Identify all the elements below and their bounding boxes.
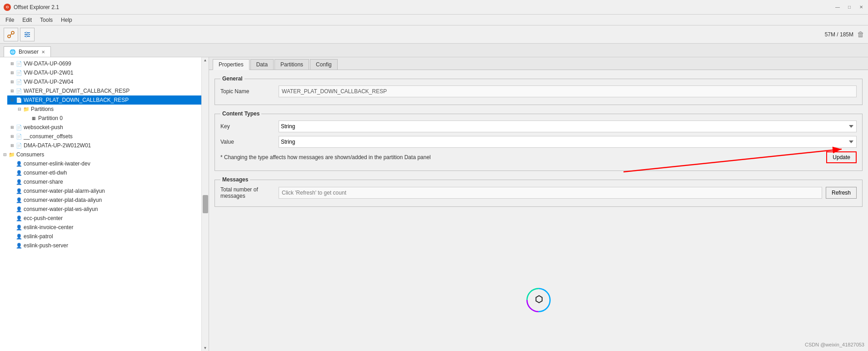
clear-button[interactable]: 🗑: [857, 30, 864, 39]
minimize-button[interactable]: —: [834, 4, 841, 10]
general-section: General Topic Name: [215, 75, 863, 105]
messages-section: Messages Total number of messages Refres…: [215, 176, 863, 207]
menu-tools[interactable]: Tools: [36, 16, 56, 24]
scroll-up-arrow[interactable]: ▲: [204, 58, 207, 62]
watermark: CSDN @weixin_41827053: [805, 342, 864, 347]
type-note-row: * Changing the type affects how messages…: [220, 151, 857, 163]
tree-item-websocket[interactable]: ⊞ 📄 websocket-push: [7, 123, 201, 132]
expand-icon[interactable]: ⊞: [9, 142, 15, 149]
expand-icon[interactable]: ⊟: [9, 97, 15, 103]
tree-item-consumer-8[interactable]: ⊞ 👤 eslink-invoice-center: [7, 223, 201, 232]
tree-item-water-dowit[interactable]: ⊞ 📄 WATER_PLAT_DOWIT_CALLBACK_RESP: [7, 86, 201, 95]
tree-label: eslink-patrol: [24, 233, 53, 240]
tab-browser[interactable]: 🌐 Browser ✕: [4, 46, 51, 57]
tree-item-water-down[interactable]: ⊟ 📄 WATER_PLAT_DOWN_CALLBACK_RESP: [7, 95, 201, 105]
tree-item-vw-2w04[interactable]: ⊞ 📄 VW-DATA-UP-2W04: [7, 77, 201, 86]
tab-config[interactable]: Config: [310, 59, 338, 70]
tree-item-consumer-7[interactable]: ⊞ 👤 ecc-push-center: [7, 214, 201, 223]
tab-properties[interactable]: Properties: [213, 59, 249, 70]
connect-button[interactable]: [4, 28, 18, 41]
tree-item-vw-0699[interactable]: ⊞ 📄 VW-DATA-UP-0699: [7, 59, 201, 68]
title-bar-buttons: — □ ✕: [834, 4, 864, 10]
svg-rect-3: [25, 32, 30, 33]
folder-icon: 📁: [23, 105, 30, 113]
tree-label: consumer-etl-dwh: [24, 170, 67, 176]
tree-item-consumer-6[interactable]: ⊞ 👤 consumer-water-plat-ws-aliyun: [7, 205, 201, 214]
tree-item-consumer-9[interactable]: ⊞ 👤 eslink-patrol: [7, 232, 201, 241]
general-legend: General: [220, 75, 244, 82]
scroll-down-arrow[interactable]: ▼: [204, 346, 207, 350]
topic-icon: 📄: [15, 142, 23, 149]
expand-icon[interactable]: ⊞: [9, 133, 15, 140]
settings-button[interactable]: [20, 28, 35, 41]
expand-icon[interactable]: ⊞: [9, 79, 15, 85]
tree-label: eslink-push-server: [24, 242, 68, 249]
memory-usage: 57M / 185M: [825, 31, 853, 38]
tree-item-consumers[interactable]: ⊟ 📁 Consumers: [0, 150, 201, 159]
svg-text:⬡: ⬡: [535, 294, 543, 304]
consumer-icon: 👤: [15, 187, 23, 195]
tree-item-dma[interactable]: ⊞ 📄 DMA-DATA-UP-2W012W01: [7, 141, 201, 150]
update-button[interactable]: Update: [826, 151, 857, 163]
tree-item-consumer-5[interactable]: ⊞ 👤 consumer-water-plat-data-aliyun: [7, 196, 201, 205]
key-row: Key String Integer Long Double Float Sho…: [220, 120, 857, 132]
tab-partitions[interactable]: Partitions: [274, 59, 309, 70]
content-types-section: Content Types Key String Integer Long Do…: [215, 110, 863, 171]
logo-container: ⬡: [524, 286, 553, 315]
tree-label: consumer-share: [24, 179, 63, 185]
tree-item-partition0[interactable]: ⊞ ▦ Partition 0: [22, 114, 201, 123]
properties-content: General Topic Name Content Types Key Str…: [209, 70, 868, 218]
tree-label: Consumers: [16, 151, 44, 158]
expand-icon[interactable]: ⊟: [16, 106, 23, 112]
tree-item-consumer-4[interactable]: ⊞ 👤 consumer-water-plat-alarm-aliyun: [7, 186, 201, 196]
tab-bar: 🌐 Browser ✕: [0, 44, 868, 57]
menu-bar: File Edit Tools Help: [0, 15, 868, 25]
tree-label: Partition 0: [38, 115, 63, 121]
content-types-legend: Content Types: [220, 110, 261, 117]
tree-item-consumer-2[interactable]: ⊞ 👤 consumer-etl-dwh: [7, 168, 201, 177]
menu-help[interactable]: Help: [57, 16, 76, 24]
tree-item-partitions[interactable]: ⊟ 📁 Partitions: [15, 105, 201, 114]
expand-icon[interactable]: ⊞: [9, 124, 15, 130]
expand-icon[interactable]: ⊟: [2, 151, 8, 158]
main-content: ⊞ 📄 VW-DATA-UP-0699 ⊞ 📄 VW-DATA-UP-2W01 …: [0, 57, 868, 351]
tree-item-consumer-1[interactable]: ⊞ 👤 consumer-eslink-iwater-dev: [7, 159, 201, 168]
tab-close-browser[interactable]: ✕: [41, 50, 45, 55]
consumers-folder-icon: 📁: [8, 151, 15, 158]
tree-scrollbar[interactable]: ▲ ▼: [201, 57, 209, 351]
svg-rect-5: [25, 36, 30, 37]
update-btn-container: Update: [826, 151, 857, 163]
menu-edit[interactable]: Edit: [19, 16, 35, 24]
tree-item-vw-2w01[interactable]: ⊞ 📄 VW-DATA-UP-2W01: [7, 68, 201, 77]
partition-icon: ▦: [30, 115, 37, 122]
app-icon: O: [4, 4, 11, 11]
tree-item-consumer-3[interactable]: ⊞ 👤 consumer-share: [7, 177, 201, 186]
tree-label: Partitions: [31, 106, 54, 112]
refresh-button[interactable]: Refresh: [826, 187, 857, 199]
expand-icon[interactable]: ⊞: [9, 88, 15, 94]
close-button[interactable]: ✕: [858, 4, 864, 10]
topic-icon: 📄: [15, 133, 23, 140]
toolbar: 57M / 185M 🗑: [0, 25, 868, 44]
tree-label: VW-DATA-UP-2W01: [24, 70, 73, 76]
menu-file[interactable]: File: [2, 16, 18, 24]
type-note: * Changing the type affects how messages…: [220, 154, 823, 160]
tree-label: consumer-water-plat-ws-aliyun: [24, 206, 98, 212]
tree-item-consumer-10[interactable]: ⊞ 👤 eslink-push-server: [7, 241, 201, 250]
expand-icon[interactable]: ⊞: [9, 70, 15, 76]
consumer-icon: 👤: [15, 215, 23, 222]
topic-name-input: [279, 85, 857, 97]
expand-icon[interactable]: ⊞: [9, 60, 15, 67]
scroll-thumb[interactable]: [203, 195, 208, 213]
svg-line-2: [10, 34, 12, 35]
tree-label: WATER_PLAT_DOWN_CALLBACK_RESP: [24, 97, 129, 103]
value-select[interactable]: String Integer Long Double Float Short B…: [279, 136, 857, 148]
title-bar: O Offset Explorer 2.1 — □ ✕: [0, 0, 868, 15]
consumer-icon: 👤: [15, 233, 23, 240]
key-select[interactable]: String Integer Long Double Float Short B…: [279, 120, 857, 132]
topic-icon: 📄: [15, 60, 23, 67]
tree-item-consumer-offsets[interactable]: ⊞ 📄 __consumer_offsets: [7, 132, 201, 141]
tab-data[interactable]: Data: [250, 59, 274, 70]
maximize-button[interactable]: □: [846, 4, 853, 10]
tab-browser-label: Browser: [19, 49, 39, 55]
